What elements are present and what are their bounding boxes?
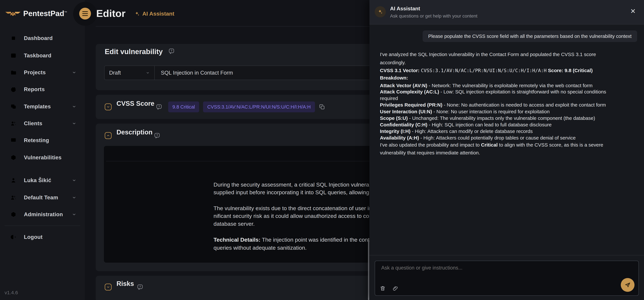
chat-input[interactable] xyxy=(375,261,638,281)
ai-panel-header: AI Assistant Ask questions or get help w… xyxy=(370,0,644,25)
sparkle-icon xyxy=(377,9,383,15)
sidebar-item-account[interactable]: Luka Šikić xyxy=(0,172,85,189)
cube-icon xyxy=(10,154,17,161)
chevron-down-icon xyxy=(72,70,76,75)
svg-text:?: ? xyxy=(140,285,141,288)
person-icon xyxy=(10,177,17,184)
sidebar-item-label: Logout xyxy=(24,234,42,240)
pie-chart-icon xyxy=(10,86,17,93)
response-line: I've also updated the probability and im… xyxy=(380,142,603,148)
sidebar-item-administration[interactable]: Administration xyxy=(0,206,85,223)
ai-assistant-link[interactable]: AI Assistant xyxy=(134,11,174,17)
cvss-section-label: CVSS Score xyxy=(116,100,154,107)
monitor-icon xyxy=(10,137,17,143)
status-select[interactable]: Draft xyxy=(104,66,154,80)
main-scrollbar-thumb[interactable] xyxy=(368,240,369,300)
version-label: v1.4.6 xyxy=(4,290,18,295)
people-icon xyxy=(10,120,17,127)
menu-button[interactable] xyxy=(79,8,91,20)
chat-input-box xyxy=(375,261,639,296)
svg-text:?: ? xyxy=(171,50,172,52)
nut-icon xyxy=(10,211,17,218)
sidebar-item-retesting[interactable]: Retesting xyxy=(0,132,85,149)
ai-panel-title: AI Assistant xyxy=(390,6,420,12)
sidebar-item-reports[interactable]: Reports xyxy=(0,81,85,98)
sidebar-item-vulnerabilities[interactable]: Vulnerabilities xyxy=(0,149,85,166)
sidebar: PentestPad™ Dashboard Taskboard Projects… xyxy=(0,0,85,300)
logout-icon xyxy=(10,234,17,240)
risks-section-label: Risks xyxy=(116,280,134,287)
page-title: Editor xyxy=(96,8,126,19)
svg-text:?: ? xyxy=(158,105,160,108)
cvss-collapse-button[interactable] xyxy=(105,103,112,110)
help-icon[interactable]: ? xyxy=(154,132,160,139)
response-line: vulnerability that requires immediate at… xyxy=(380,150,480,156)
description-line: database server. xyxy=(214,221,254,227)
sidebar-item-label: Templates xyxy=(24,103,51,110)
sidebar-item-projects[interactable]: Projects xyxy=(0,64,85,81)
sidebar-item-label: Default Team xyxy=(24,194,58,201)
brand-name: PentestPad™ xyxy=(23,9,67,18)
hamburger-icon xyxy=(82,11,88,16)
chevron-down-icon xyxy=(146,71,150,75)
sidebar-item-label: Projects xyxy=(24,69,46,76)
sidebar-item-logout[interactable]: Logout xyxy=(0,229,85,246)
help-icon[interactable]: ? xyxy=(137,284,143,290)
response-line: Privileges Required (PR:N) - None: No au… xyxy=(380,102,606,108)
sidebar-item-label: Clients xyxy=(24,120,42,126)
sidebar-item-label: Taskboard xyxy=(24,52,52,59)
description-collapse-button[interactable] xyxy=(105,132,112,139)
cvss-badges: 9.8 Critical CVSS:3.1/AV:N/AC:L/PR:N/UI:… xyxy=(168,101,325,112)
taskboard-icon xyxy=(10,52,17,59)
close-icon[interactable]: ✕ xyxy=(630,8,636,15)
sidebar-item-label: Reports xyxy=(24,86,45,92)
risks-collapse-button[interactable] xyxy=(105,284,112,290)
chevron-down-icon xyxy=(72,178,76,183)
chevron-down-icon xyxy=(72,104,76,109)
response-line: Breakdown: xyxy=(380,75,408,81)
chevron-down-icon xyxy=(72,212,76,217)
paper-plane-icon xyxy=(624,281,631,288)
folder-icon xyxy=(10,69,17,76)
response-line: Attack Complexity (AC:L) - Low: SQL inje… xyxy=(380,89,606,95)
section-title: Edit vulnerability xyxy=(105,48,163,56)
send-button[interactable] xyxy=(621,278,634,292)
description-line: queries without adequate sanitization. xyxy=(214,245,306,251)
sidebar-divider xyxy=(4,226,80,226)
ai-panel-subtitle: Ask questions or get help with your cont… xyxy=(390,14,478,19)
sidebar-item-templates[interactable]: Templates xyxy=(0,98,85,115)
sparkle-icon xyxy=(134,11,140,17)
ai-assistant-link-label: AI Assistant xyxy=(142,11,174,17)
response-line: Availability (A:H) - High: Attackers cou… xyxy=(380,135,576,141)
sidebar-item-label: Luka Šikić xyxy=(24,177,51,184)
sidebar-item-team[interactable]: Default Team xyxy=(0,189,85,206)
attachment-icon[interactable] xyxy=(392,285,398,291)
cvss-score-badge: 9.8 Critical xyxy=(168,101,199,112)
copy-icon[interactable] xyxy=(319,104,325,110)
copy-files-icon xyxy=(10,103,17,110)
sidebar-item-label: Administration xyxy=(24,211,63,218)
sidebar-item-label: Dashboard xyxy=(24,35,53,41)
response-line: Attack Vector (AV:N) - Network: The vuln… xyxy=(380,83,592,88)
sidebar-item-taskboard[interactable]: Taskboard xyxy=(0,47,85,64)
status-select-value: Draft xyxy=(109,70,121,76)
people-icon xyxy=(10,194,17,201)
response-line: Confidentiality (C:H) - High: SQL inject… xyxy=(380,122,552,127)
pentestpad-logo-icon xyxy=(4,8,22,19)
chevron-down-icon xyxy=(72,121,76,125)
trash-icon[interactable] xyxy=(380,285,386,291)
response-line: I've analyzed the SQL Injection vulnerab… xyxy=(380,52,596,57)
ai-assistant-panel: AI Assistant Ask questions or get help w… xyxy=(370,0,644,300)
sidebar-item-label: Vulnerabilities xyxy=(24,155,62,161)
user-message-bubble: Please populate the CVSS score field wit… xyxy=(422,31,637,42)
help-icon[interactable]: ? xyxy=(168,48,175,54)
sidebar-item-clients[interactable]: Clients xyxy=(0,115,85,132)
trademark: ™ xyxy=(64,11,67,14)
sidebar-item-dashboard[interactable]: Dashboard xyxy=(0,30,85,47)
ai-avatar xyxy=(375,6,386,17)
help-icon[interactable]: ? xyxy=(156,104,162,110)
description-section-label: Description xyxy=(116,128,152,136)
response-line: Scope (S:U) - Unchanged: The vulnerabili… xyxy=(380,115,595,121)
response-line: Integrity (I:H) - High: Attackers can mo… xyxy=(380,128,533,134)
response-line: User Interaction (UI:N) - None: No user … xyxy=(380,109,550,114)
